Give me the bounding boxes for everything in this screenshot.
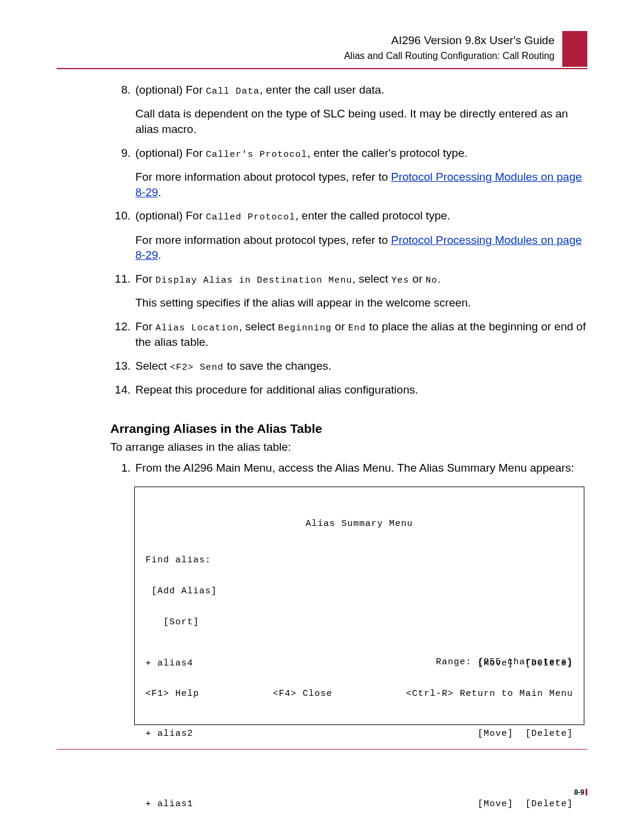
page-header: AI296 Version 9.8x User's Guide Alias an… [0,0,644,62]
code-yes: Yes [391,275,409,286]
step-number: 9. [110,145,131,161]
alias-row: + alias2 [Move] [Delete] [145,729,573,739]
step-number: 14. [110,382,131,398]
terminal-title: Alias Summary Menu [145,519,573,529]
content-area: 8. (optional) For Call Data, enter the c… [0,69,644,725]
code-beginning: Beginning [278,323,332,333]
step-number: 12. [110,319,131,335]
step-number: 13. [110,358,131,374]
step-11: 11. For Display Alias in Destination Men… [110,271,587,311]
step-11-extra: This setting specifies if the alias will… [135,295,587,311]
text: , enter the called protocol type. [295,209,450,222]
terminal-add-alias: [Add Alias] [145,586,573,596]
terminal-find-alias: Find alias: [145,555,573,565]
text: , enter the caller's protocol type. [307,147,467,159]
step-10-line: (optional) For Called Protocol, enter th… [135,208,587,224]
step-10-extra: For more information about protocol type… [135,233,587,263]
text: For more information about protocol type… [135,171,391,183]
terminal-screen: Alias Summary Menu Find alias: [Add Alia… [134,487,584,725]
section-intro: To arrange aliases in the alias table: [110,439,587,455]
text: Select [135,360,170,372]
code-call-data: Call Data [206,86,259,97]
text: For [135,272,156,285]
text: (optional) For [135,83,206,96]
page-number-text: 8-9 [574,788,584,797]
step-number: 8. [110,82,131,98]
text: . [158,186,161,199]
code-display-alias: Display Alias in Destination Menu [156,275,352,286]
alias-name: + alias1 [145,799,193,809]
alias-actions: [Move] [Delete] [478,799,573,809]
terminal-sort: [Sort] [145,617,573,627]
terminal-ctrl-r-return: <Ctrl-R> Return to Main Menu [406,689,573,699]
step-12-line: For Alias Location, select Beginning or … [135,319,587,350]
code-callers-protocol: Caller's Protocol [206,150,307,160]
text: (optional) For [135,147,206,159]
text: . [158,249,161,261]
code-no: No [426,275,438,286]
step-number: 11. [110,271,131,287]
step-14: 14. Repeat this procedure for additional… [110,382,587,398]
step-12: 12. For Alias Location, select Beginning… [110,319,587,350]
alias-row: + alias1 [Move] [Delete] [145,799,573,809]
text: For [135,320,156,333]
text: to save the changes. [224,360,332,372]
alias-actions: [Move] [Delete] [478,729,573,739]
text: (optional) For [135,209,206,222]
step-9-extra: For more information about protocol type… [135,169,587,200]
alias-name: + alias2 [145,729,193,739]
step-8-extra: Call data is dependent on the type of SL… [135,106,587,137]
code-called-protocol: Called Protocol [206,212,295,222]
step-number: 1. [110,460,131,476]
text: or [409,272,425,285]
code-end: End [348,323,366,333]
step-9-line: (optional) For Caller's Protocol, enter … [135,145,587,161]
step-13: 13. Select <F2> Send to save the changes… [110,358,587,374]
step-13-line: Select <F2> Send to save the changes. [135,358,587,374]
section-heading: Arranging Aliases in the Alias Table [110,420,587,437]
text: , select [352,272,391,285]
step-14-line: Repeat this procedure for additional ali… [135,382,587,398]
terminal-f4-close: <F4> Close [273,689,332,699]
code-f2-send: <F2> Send [170,363,224,373]
page-number-bar-icon [586,789,587,795]
terminal-range: Range: {255 characters} [145,657,573,667]
header-subtitle: Alias and Call Routing Configuration: Ca… [0,49,555,63]
header-title: AI296 Version 9.8x User's Guide [0,33,555,48]
terminal-f1-help: <F1> Help [145,689,199,699]
text: , enter the call user data. [259,83,384,96]
text: . [438,272,441,285]
step-number: 10. [110,208,131,224]
text: For more information about protocol type… [135,234,391,246]
step-8: 8. (optional) For Call Data, enter the c… [110,82,587,137]
step-8-line: (optional) For Call Data, enter the call… [135,82,587,98]
step-11-line: For Display Alias in Destination Menu, s… [135,271,587,287]
text: or [332,320,348,333]
step-9: 9. (optional) For Caller's Protocol, ent… [110,145,587,200]
text: , select [239,320,278,333]
arrange-step-1-text: From the AI296 Main Menu, access the Ali… [135,460,587,476]
page-number: 8-9 [574,788,587,797]
code-alias-location: Alias Location [156,323,239,333]
step-10: 10. (optional) For Called Protocol, ente… [110,208,587,263]
arrange-step-1: 1. From the AI296 Main Menu, access the … [110,460,587,476]
